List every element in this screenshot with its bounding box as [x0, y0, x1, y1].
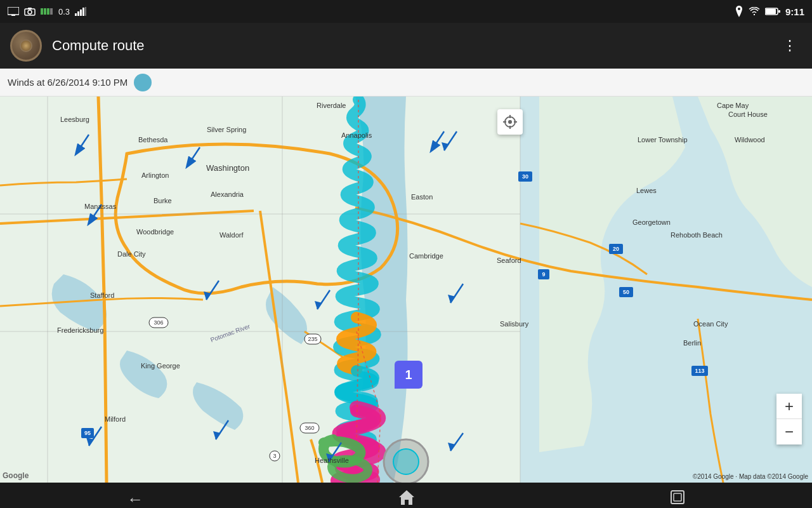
back-button[interactable]: ←: [114, 485, 156, 509]
svg-rect-7: [47, 8, 49, 15]
svg-rect-10: [77, 11, 79, 16]
svg-rect-5: [41, 8, 43, 15]
camera-icon: [24, 7, 36, 16]
svg-rect-11: [80, 10, 82, 16]
toggle-button[interactable]: [134, 74, 152, 91]
label-stafford: Stafford: [90, 291, 114, 299]
recents-button[interactable]: [657, 485, 698, 508]
status-bar: 0.3 9:11: [0, 0, 812, 23]
app-bar: Compute route ⋮: [0, 23, 812, 69]
signal-icon: [75, 7, 86, 16]
label-silverspring: Silver Spring: [207, 126, 246, 133]
svg-point-3: [28, 10, 32, 14]
home-icon: [398, 489, 416, 505]
svg-point-55: [508, 120, 512, 124]
svg-rect-4: [28, 8, 32, 10]
svg-rect-6: [44, 8, 46, 15]
label-milford: Milford: [105, 415, 126, 423]
map-attribution: ©2014 Google · Map data ©2014 Google: [693, 473, 808, 480]
time-display: 9:11: [785, 6, 804, 17]
label-waldorf: Waldorf: [219, 231, 244, 239]
subtitle-text: Winds at 6/26/2014 9:10 PM: [8, 77, 128, 88]
svg-rect-8: [50, 8, 53, 15]
label-salisbury: Salisbury: [500, 320, 528, 328]
battery-icon: [765, 7, 780, 16]
label-riverdale: Riverdale: [317, 102, 346, 109]
locate-button[interactable]: [497, 109, 523, 135]
svg-rect-13: [85, 7, 86, 16]
wifi-icon: [749, 7, 760, 16]
svg-rect-1: [11, 15, 15, 16]
label-manassas: Manassas: [84, 203, 116, 210]
label-bethesda: Bethesda: [138, 136, 167, 144]
label-oceancity: Ocean City: [693, 320, 728, 328]
label-cambridge: Cambridge: [409, 252, 443, 260]
compass-icon: [20, 39, 32, 52]
status-left-icons: 0.3: [8, 7, 86, 17]
zoom-controls: + −: [776, 394, 802, 444]
label-heathsville: Heathsville: [315, 457, 349, 464]
label-lowertownship: Lower Township: [638, 136, 688, 144]
label-burke: Burke: [154, 197, 172, 204]
battery-bar-icon: [41, 7, 53, 16]
label-rehoboth: Rehoboth Beach: [671, 231, 723, 239]
locate-icon: [503, 115, 517, 129]
label-washington: Washington: [206, 163, 249, 173]
subtitle-bar: Winds at 6/26/2014 9:10 PM: [0, 69, 812, 97]
label-dalecity: Dale City: [117, 250, 146, 258]
label-kinggeorge: King George: [141, 362, 180, 370]
label-arlington: Arlington: [141, 171, 169, 179]
label-woodbridge: Woodbridge: [136, 228, 174, 236]
map-container[interactable]: 95 235 306 360 3 30 9 50 20 113 Leesburg…: [0, 97, 812, 483]
label-fredericksburg: Fredericksburg: [57, 326, 103, 334]
zoom-out-button[interactable]: −: [776, 419, 802, 444]
location-pin-icon: [735, 6, 743, 17]
label-courthouse: Court House: [728, 110, 768, 118]
label-alexandria: Alexandria: [211, 190, 244, 198]
screen-icon: [8, 7, 19, 16]
map-background: [0, 97, 812, 483]
svg-rect-61: [674, 493, 681, 501]
svg-rect-0: [8, 7, 19, 15]
home-button[interactable]: [385, 484, 428, 508]
label-easton: Easton: [411, 193, 433, 201]
nav-bar: ←: [0, 483, 812, 508]
app-icon: [10, 30, 42, 62]
label-seaford: Seaford: [497, 257, 521, 264]
zoom-in-button[interactable]: +: [776, 394, 802, 419]
waypoint-marker-1[interactable]: 1: [395, 361, 422, 389]
label-wildwood: Wildwood: [735, 136, 765, 144]
google-logo: Google: [3, 471, 29, 480]
svg-rect-12: [82, 8, 84, 16]
label-capemay: Cape May: [717, 102, 749, 109]
label-berlin: Berlin: [683, 339, 701, 347]
app-title: Compute route: [52, 37, 768, 54]
svg-rect-9: [75, 13, 77, 16]
svg-rect-16: [766, 9, 776, 14]
label-lewes: Lewes: [636, 187, 657, 194]
label-annapolis: Annapolis: [341, 131, 372, 139]
status-value: 0.3: [58, 7, 70, 17]
recents-icon: [670, 490, 685, 505]
status-right-icons: 9:11: [735, 6, 804, 17]
label-leesburg: Leesburg: [60, 116, 89, 123]
svg-rect-60: [671, 491, 684, 504]
svg-point-14: [738, 8, 740, 10]
svg-rect-17: [778, 10, 780, 13]
overflow-menu-button[interactable]: ⋮: [778, 32, 802, 59]
label-georgetown: Georgetown: [632, 218, 671, 226]
